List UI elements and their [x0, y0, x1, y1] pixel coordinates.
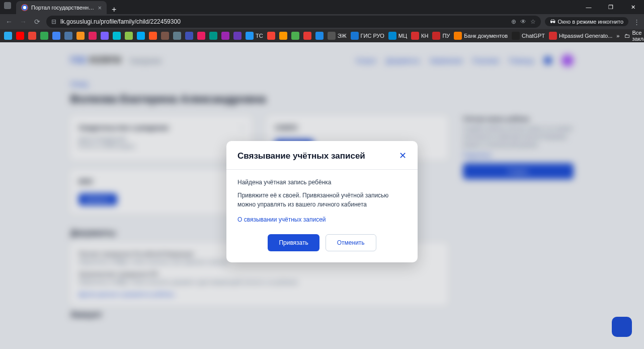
bookmark-favicon-icon	[64, 32, 72, 40]
bookmark-item[interactable]	[101, 32, 109, 40]
bookmark-favicon-icon	[411, 32, 419, 40]
browser-menu-button[interactable]: ⋮	[633, 18, 640, 26]
maximize-button[interactable]: ❐	[600, 0, 622, 14]
bookmark-favicon-icon	[221, 32, 229, 40]
bookmark-item[interactable]	[267, 32, 275, 40]
bookmark-favicon-icon	[4, 32, 12, 40]
bookmark-favicon-icon	[291, 32, 299, 40]
bookmark-item[interactable]: ПУ	[432, 32, 450, 40]
bookmark-favicon-icon	[16, 32, 24, 40]
bookmark-favicon-icon	[351, 32, 359, 40]
bookmark-item[interactable]	[173, 32, 181, 40]
incognito-badge[interactable]: 🕶 Окно в режиме инкогнито	[545, 17, 628, 26]
bookmark-favicon-icon	[209, 32, 217, 40]
bookmark-item[interactable]: Банк документов	[454, 32, 508, 40]
bookmark-item[interactable]	[185, 32, 193, 40]
bookmark-item[interactable]	[125, 32, 133, 40]
bookmark-item[interactable]	[161, 32, 169, 40]
bookmark-favicon-icon	[125, 32, 133, 40]
all-bookmarks-folder[interactable]: 🗀 Все закладки	[624, 30, 644, 42]
back-button[interactable]: ←	[4, 18, 14, 26]
link-button[interactable]: Привязать	[268, 234, 319, 251]
bookmark-favicon-icon	[89, 32, 97, 40]
bookmark-favicon-icon	[28, 32, 36, 40]
bookmark-item[interactable]	[197, 32, 205, 40]
bookmark-favicon-icon	[197, 32, 205, 40]
bookmark-favicon-icon	[113, 32, 121, 40]
bookmark-item[interactable]	[291, 32, 299, 40]
bookmark-item[interactable]	[28, 32, 36, 40]
tab-search-icon[interactable]	[4, 2, 11, 9]
bookmark-favicon-icon	[328, 32, 336, 40]
bookmark-item[interactable]	[209, 32, 217, 40]
reload-button[interactable]: ⟳	[32, 18, 42, 26]
new-tab-button[interactable]: +	[107, 5, 121, 14]
bookmark-favicon-icon	[185, 32, 193, 40]
bookmark-item[interactable]	[64, 32, 72, 40]
window-controls: — ❐ ✕	[578, 0, 644, 14]
bookmark-item[interactable]	[113, 32, 121, 40]
browser-tab[interactable]: Портал государственных услу ×	[16, 1, 107, 14]
bookmarks-overflow[interactable]: »	[616, 33, 619, 39]
cancel-button[interactable]: Отменить	[326, 234, 376, 251]
bookmark-item[interactable]: МЦ	[388, 32, 407, 40]
bookmark-favicon-icon	[549, 32, 557, 40]
bookmark-item[interactable]	[137, 32, 145, 40]
bookmark-favicon-icon	[76, 32, 85, 40]
close-icon[interactable]: ✕	[399, 151, 407, 160]
bookmark-item[interactable]	[89, 32, 97, 40]
bookmark-item[interactable]	[40, 32, 48, 40]
bookmark-favicon-icon	[432, 32, 440, 40]
bookmark-favicon-icon	[303, 32, 311, 40]
bookmark-item[interactable]	[76, 32, 85, 40]
bookmark-favicon-icon	[233, 32, 242, 40]
bookmark-favicon-icon	[246, 32, 254, 40]
about-linking-link[interactable]: О связывании учётных записей	[237, 216, 407, 223]
url-input[interactable]: ⊟ lk.gosuslugi.ru/profile/family/child/2…	[46, 16, 541, 28]
tab-title: Портал государственных услу	[31, 5, 95, 11]
folder-icon: 🗀	[624, 33, 630, 39]
bookmark-favicon-icon	[137, 32, 145, 40]
bookmark-favicon-icon	[40, 32, 48, 40]
link-accounts-modal: Связывание учётных записей ✕ Найдена учё…	[226, 141, 418, 262]
forward-button[interactable]: →	[18, 18, 28, 26]
bookmark-favicon-icon	[279, 32, 287, 40]
browser-titlebar: Портал государственных услу × + — ❐ ✕	[0, 0, 644, 14]
bookmark-favicon-icon	[101, 32, 109, 40]
bookmark-favicon-icon	[161, 32, 169, 40]
bookmark-item[interactable]: TC	[246, 32, 263, 40]
bookmark-item[interactable]	[221, 32, 229, 40]
bookmark-favicon-icon	[454, 32, 462, 40]
bookmark-favicon-icon	[512, 32, 520, 40]
url-text: lk.gosuslugi.ru/profile/family/child/222…	[60, 18, 507, 25]
close-window-button[interactable]: ✕	[622, 0, 644, 14]
bookmark-item[interactable]	[52, 32, 60, 40]
bookmark-item[interactable]	[315, 32, 324, 40]
bookmark-favicon-icon	[173, 32, 181, 40]
bookmark-item[interactable]: Htpasswd Generato...	[549, 32, 612, 40]
bookmark-item[interactable]	[233, 32, 242, 40]
bookmark-item[interactable]: ГИС РУО	[351, 32, 384, 40]
bookmark-item[interactable]: КН	[411, 32, 428, 40]
bookmark-item[interactable]: ЭЖ	[328, 32, 347, 40]
modal-text: Привяжите её к своей. Привязанной учётно…	[237, 191, 407, 209]
bookmark-favicon-icon	[315, 32, 324, 40]
incognito-icon: 🕶	[550, 19, 555, 25]
bookmark-favicon-icon	[52, 32, 60, 40]
bookmark-item[interactable]	[303, 32, 311, 40]
bookmark-item[interactable]	[4, 32, 12, 40]
address-bar: ← → ⟳ ⊟ lk.gosuslugi.ru/profile/family/c…	[0, 14, 644, 29]
bookmark-item[interactable]	[279, 32, 287, 40]
star-icon[interactable]: ☆	[530, 18, 536, 25]
bookmarks-bar: TCЭЖГИС РУОМЦКНПУБанк документовChatGPTH…	[0, 29, 644, 42]
tab-close-icon[interactable]: ×	[98, 4, 102, 12]
zoom-icon[interactable]: ⊕	[511, 18, 516, 25]
minimize-button[interactable]: —	[578, 0, 600, 14]
eye-icon[interactable]: 👁	[520, 18, 526, 25]
bookmark-item[interactable]	[149, 32, 157, 40]
bookmark-item[interactable]	[16, 32, 24, 40]
site-info-icon[interactable]: ⊟	[51, 18, 56, 25]
bookmark-item[interactable]: ChatGPT	[512, 32, 545, 40]
modal-text: Найдена учётная запись ребёнка	[237, 179, 407, 186]
bookmark-favicon-icon	[149, 32, 157, 40]
